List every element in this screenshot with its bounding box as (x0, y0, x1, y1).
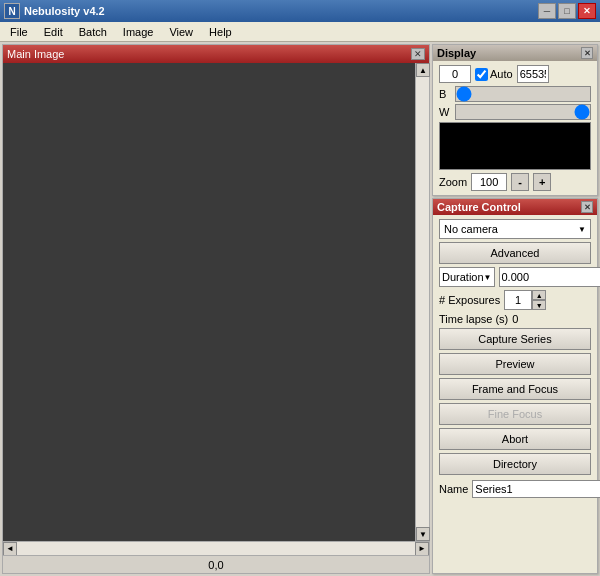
scroll-left-button[interactable]: ◄ (3, 542, 17, 556)
menu-bar: File Edit Batch Image View Help (0, 22, 600, 42)
app-icon: N (4, 3, 20, 19)
app-title: Nebulosity v4.2 (24, 5, 105, 17)
close-button[interactable]: ✕ (578, 3, 596, 19)
zoom-label: Zoom (439, 176, 467, 188)
capture-series-button[interactable]: Capture Series (439, 328, 591, 350)
menu-help[interactable]: Help (201, 24, 240, 40)
exposures-up-button[interactable]: ▲ (532, 290, 546, 300)
capture-panel-title-bar: Capture Control ✕ (433, 199, 597, 215)
fine-focus-button[interactable]: Fine Focus (439, 403, 591, 425)
preview-button[interactable]: Preview (439, 353, 591, 375)
duration-row: Duration ▼ (439, 267, 591, 287)
main-image-close[interactable]: ✕ (411, 48, 425, 60)
capture-title-label: Capture Control (437, 201, 521, 213)
coords-display: 0,0 (208, 559, 223, 571)
timelapse-value: 0 (512, 313, 518, 325)
camera-dropdown-label: No camera (444, 223, 498, 235)
maximize-button[interactable]: □ (558, 3, 576, 19)
camera-dropdown[interactable]: No camera ▼ (439, 219, 591, 239)
name-input[interactable] (472, 480, 600, 498)
capture-close-button[interactable]: ✕ (581, 201, 593, 213)
menu-view[interactable]: View (161, 24, 201, 40)
scroll-down-button[interactable]: ▼ (416, 527, 430, 541)
camera-dropdown-arrow: ▼ (578, 225, 586, 234)
auto-checkbox-label: Auto (475, 68, 513, 81)
white-slider[interactable] (455, 104, 591, 120)
minimize-button[interactable]: ─ (538, 3, 556, 19)
name-row: Name (439, 480, 591, 498)
abort-button[interactable]: Abort (439, 428, 591, 450)
display-max-input[interactable] (517, 65, 549, 83)
right-panel: Display ✕ Auto B W (432, 42, 600, 576)
main-image-title-bar: Main Image ✕ (3, 45, 429, 63)
zoom-minus-button[interactable]: - (511, 173, 529, 191)
title-bar: N Nebulosity v4.2 ─ □ ✕ (0, 0, 600, 22)
scroll-track-h[interactable] (17, 542, 415, 556)
directory-button[interactable]: Directory (439, 453, 591, 475)
display-title-label: Display (437, 47, 476, 59)
duration-arrow: ▼ (484, 273, 492, 282)
display-min-input[interactable] (439, 65, 471, 83)
zoom-plus-button[interactable]: + (533, 173, 551, 191)
exposures-label: # Exposures (439, 294, 500, 306)
display-preview (439, 122, 591, 170)
menu-image[interactable]: Image (115, 24, 162, 40)
main-image-panel: Main Image ✕ ▲ ▼ ◄ ► 0,0 (2, 44, 430, 574)
exposures-row: # Exposures ▲ ▼ (439, 290, 591, 310)
exposures-input[interactable] (504, 290, 532, 310)
duration-dropdown[interactable]: Duration ▼ (439, 267, 495, 287)
zoom-input[interactable] (471, 173, 507, 191)
frame-and-focus-button[interactable]: Frame and Focus (439, 378, 591, 400)
main-image-title-label: Main Image (7, 48, 64, 60)
auto-checkbox[interactable] (475, 68, 488, 81)
menu-edit[interactable]: Edit (36, 24, 71, 40)
display-close-button[interactable]: ✕ (581, 47, 593, 59)
menu-file[interactable]: File (2, 24, 36, 40)
name-label: Name (439, 483, 468, 495)
duration-label: Duration (442, 271, 484, 283)
horizontal-scrollbar[interactable]: ◄ ► (3, 541, 429, 555)
vertical-scrollbar[interactable]: ▲ ▼ (415, 63, 429, 541)
scroll-right-button[interactable]: ► (415, 542, 429, 556)
display-panel-title-bar: Display ✕ (433, 45, 597, 61)
scroll-track-v[interactable] (416, 77, 429, 527)
scroll-up-button[interactable]: ▲ (416, 63, 430, 77)
duration-input[interactable] (499, 267, 601, 287)
capture-control-panel: Capture Control ✕ No camera ▼ Advanced D… (432, 198, 598, 574)
b-label: B (439, 88, 451, 100)
status-bar: 0,0 (3, 555, 429, 573)
menu-batch[interactable]: Batch (71, 24, 115, 40)
timelapse-label: Time lapse (s) (439, 313, 508, 325)
advanced-button[interactable]: Advanced (439, 242, 591, 264)
timelapse-row: Time lapse (s) 0 (439, 313, 591, 325)
w-label: W (439, 106, 451, 118)
black-slider[interactable] (455, 86, 591, 102)
display-panel: Display ✕ Auto B W (432, 44, 598, 196)
image-canvas (3, 63, 415, 541)
exposures-down-button[interactable]: ▼ (532, 300, 546, 310)
